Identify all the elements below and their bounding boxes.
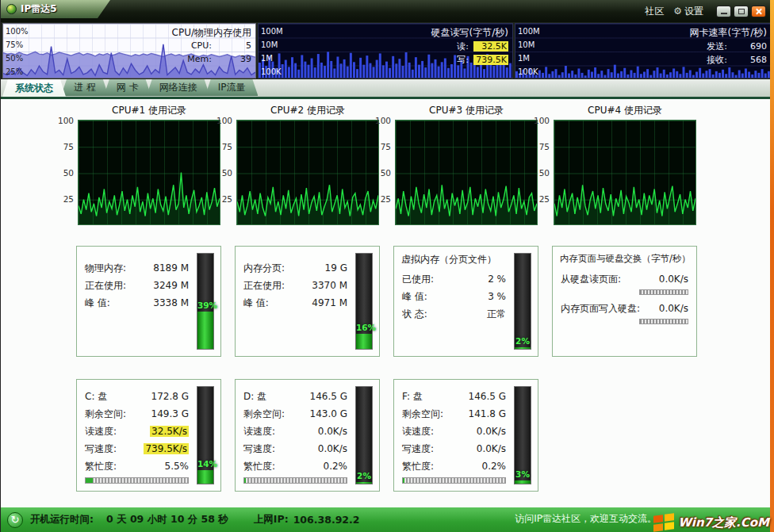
mem-usage-stat: Mem: 39 — [187, 54, 251, 64]
swap-write-bar — [639, 319, 688, 324]
stat-row: 读速度:0.0K/s — [243, 423, 347, 440]
stat-row: 内存分页:19 G — [243, 259, 347, 277]
cpu-mem-scale: 100% 75% 50% 25% — [6, 25, 29, 78]
disk-d-panel: D: 盘146.5 G 剩余空间:143.0 G 读速度:0.0K/s 写速度:… — [235, 379, 380, 492]
maximize-icon — [738, 9, 745, 14]
uptime-label: 开机运行时间: — [30, 513, 94, 526]
cpu2-history-group: CPU#2 使用记录 100 75 50 25 — [217, 104, 379, 231]
app-title: IP雷达5 — [21, 2, 57, 16]
stat-row: 峰 值:3338 M — [85, 294, 189, 312]
physical-memory-panel: 物理内存:8189 M 正在使用:3249 M 峰 值:3338 M 39% — [76, 246, 221, 357]
cpu3-chart-title: CPU#3 使用记录 — [395, 104, 538, 117]
ip-radar-window: IP雷达5 社区 ⚙ 设置 100% 75% 50% 25% — [0, 0, 774, 532]
stat-row: 繁忙度:0.2% — [243, 457, 347, 475]
disk-scale: 100M 10M 1M 100K — [261, 25, 283, 78]
net-send-stat: 发送: 690 — [707, 40, 767, 52]
monitor-strip: 100% 75% 50% 25% CPU/物理内存使用 CPU: 5 Mem: … — [1, 22, 774, 79]
stat-row: 内存页面写入硬盘:0.0K/s — [561, 300, 688, 317]
disk-c-busy-bar — [85, 477, 189, 484]
cpu4-chart-title: CPU#4 使用记录 — [554, 104, 696, 117]
cpu2-chart-title: CPU#2 使用记录 — [236, 104, 379, 117]
stat-row: 写速度:0.0K/s — [402, 440, 506, 457]
disk-read-stat: 读: 32.5K — [457, 40, 508, 52]
disk-io-monitor: 100M 10M 1M 100K 硬盘读写(字节/秒) 读: 32.5K 写: … — [258, 23, 513, 78]
page-swap-title: 内存页面与硬盘交换（字节/秒） — [560, 253, 691, 265]
cpu-usage-stat: CPU: 5 — [191, 40, 251, 51]
tab-processes[interactable]: 进 程 — [61, 79, 109, 96]
net-scale: 100M 10M 1M 100K — [518, 25, 540, 78]
stat-row: 繁忙度:0.2% — [402, 457, 506, 475]
stat-row: 剩余空间:143.0 G — [243, 405, 347, 423]
stat-row: 物理内存:8189 M — [85, 259, 189, 277]
watermark-logo: Win7之家.CoM — [653, 515, 769, 530]
physical-memory-gauge: 39% — [197, 253, 214, 350]
windows-flag-icon — [653, 513, 674, 532]
tab-connections[interactable]: 网络连接 — [147, 79, 210, 96]
tab-strip: 系统状态 进 程 网 卡 网络连接 IP流量 — [1, 79, 774, 97]
settings-label: 设置 — [684, 5, 703, 18]
cpu-mem-title: CPU/物理内存使用 — [172, 26, 251, 40]
cpu3-history-chart — [395, 120, 538, 225]
stat-row: 状 态:正常 — [402, 305, 506, 323]
memory-paging-panel: 内存分页:19 G 正在使用:3370 M 峰 值:4971 M 16% — [235, 246, 380, 357]
watermark-text: Win7之家.CoM — [678, 515, 769, 530]
window-controls — [716, 6, 766, 17]
tab-system-status[interactable]: 系统状态 — [2, 79, 66, 97]
cpu1-axis: 100 75 50 25 — [59, 120, 75, 225]
virtual-memory-title: 虚拟内存（分页文件） — [401, 253, 496, 266]
net-recv-stat: 接收: 568 — [707, 54, 767, 66]
stat-row: 剩余空间:149.3 G — [85, 405, 189, 423]
cpu1-history-group: CPU#1 使用记录 100 75 50 25 — [59, 104, 220, 231]
radar-app-icon — [6, 4, 17, 14]
cpu1-history-chart — [78, 120, 220, 225]
stat-row: 剩余空间:141.8 G — [402, 405, 506, 423]
disk-f-busy-bar — [402, 477, 506, 484]
disk-c-panel: C: 盘172.8 G 剩余空间:149.3 G 读速度:32.5K/s 写速度… — [76, 379, 221, 492]
window-border-right — [770, 0, 774, 532]
online-ip-value: 106.38.92.2 — [293, 514, 360, 526]
maximize-button[interactable] — [734, 6, 749, 17]
stat-row: D: 盘146.5 G — [243, 388, 347, 405]
tab-ip-traffic[interactable]: IP流量 — [205, 79, 259, 96]
stat-row: F: 盘146.5 G — [402, 388, 506, 405]
cpu1-chart-title: CPU#1 使用记录 — [78, 104, 220, 117]
cpu2-history-chart — [236, 120, 379, 225]
cpu4-history-group: CPU#4 使用记录 100 75 50 25 — [535, 104, 696, 231]
minimize-button[interactable] — [716, 6, 731, 17]
cpu4-axis: 100 75 50 25 — [535, 120, 551, 225]
close-icon — [755, 8, 762, 15]
network-rate-monitor: 100M 10M 1M 100K 网卡速率(字节/秒) 发送: 690 接收: … — [515, 23, 772, 78]
stat-row: 峰 值:3 % — [402, 288, 506, 305]
stat-row: C: 盘172.8 G — [85, 388, 189, 405]
cpu3-axis: 100 75 50 25 — [376, 120, 393, 225]
community-promo-text: 访问IP雷达社区，欢迎互动交流。 — [515, 512, 657, 526]
online-ip-label: 上网IP: — [254, 513, 289, 526]
settings-button[interactable]: ⚙ 设置 — [673, 5, 703, 18]
community-link[interactable]: 社区 — [645, 5, 664, 18]
tab-network-card[interactable]: 网 卡 — [104, 79, 151, 96]
stat-row: 已使用:2 % — [402, 270, 506, 288]
disk-f-gauge: 3% — [514, 386, 531, 484]
status-bar: ↻ 开机运行时间: 0 天 09 小时 10 分 58 秒 上网IP: 106.… — [1, 507, 774, 532]
memory-paging-gauge: 16% — [355, 253, 373, 350]
titlebar[interactable]: IP雷达5 社区 ⚙ 设置 — [1, 0, 774, 22]
disk-f-panel: F: 盘146.5 G 剩余空间:141.8 G 读速度:0.0K/s 写速度:… — [393, 379, 538, 492]
stat-row: 写速度:0.0K/s — [243, 440, 347, 457]
cpu4-history-chart — [554, 120, 696, 225]
virtual-memory-gauge: 2% — [514, 253, 531, 350]
stat-row: 繁忙度:5.5% — [85, 457, 189, 475]
disk-monitor-title: 硬盘读写(字节/秒) — [431, 26, 508, 40]
cpu2-axis: 100 75 50 25 — [217, 120, 234, 225]
close-button[interactable] — [751, 6, 766, 17]
stat-row: 读速度:0.0K/s — [402, 423, 506, 440]
disk-d-gauge: 2% — [355, 386, 373, 484]
virtual-memory-panel: 虚拟内存（分页文件） 已使用:2 % 峰 值:3 % 状 态:正常 2% — [393, 246, 538, 357]
net-monitor-title: 网卡速率(字节/秒) — [690, 26, 767, 40]
disk-write-stat: 写: 739.5K — [457, 54, 508, 66]
stat-row: 从硬盘读页面:0.0K/s — [561, 270, 688, 288]
uptime-clock-icon: ↻ — [7, 512, 23, 528]
swap-read-bar — [639, 289, 688, 295]
system-status-page: CPU#1 使用记录 100 75 50 25 CPU#2 使用记录 100 7… — [1, 99, 774, 507]
stat-row: 正在使用:3249 M — [85, 277, 189, 294]
minimize-icon — [721, 13, 727, 14]
